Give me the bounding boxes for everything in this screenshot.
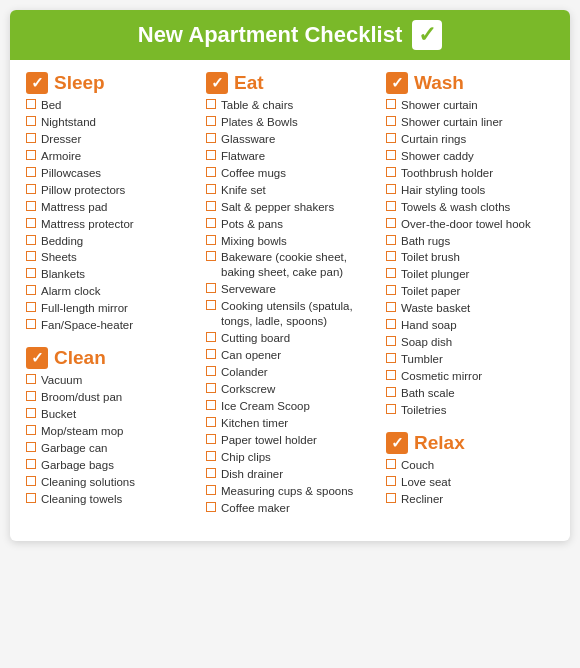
checkbox-icon[interactable] [386,184,396,194]
checkbox-icon[interactable] [206,502,216,512]
checkbox-icon[interactable] [26,442,36,452]
list-item[interactable]: Coffee mugs [206,166,374,181]
list-item[interactable]: Salt & pepper shakers [206,200,374,215]
list-item[interactable]: Serveware [206,282,374,297]
checkbox-icon[interactable] [386,218,396,228]
checkbox-icon[interactable] [386,268,396,278]
checkbox-icon[interactable] [206,485,216,495]
list-item[interactable]: Chip clips [206,450,374,465]
checkbox-icon[interactable] [386,387,396,397]
checkbox-icon[interactable] [206,99,216,109]
list-item[interactable]: Sheets [26,250,194,265]
list-item[interactable]: Bath rugs [386,234,554,249]
checkbox-icon[interactable] [386,404,396,414]
list-item[interactable]: Dresser [26,132,194,147]
checkbox-icon[interactable] [206,116,216,126]
checkbox-icon[interactable] [206,218,216,228]
list-item[interactable]: Nightstand [26,115,194,130]
list-item[interactable]: Toilet paper [386,284,554,299]
checkbox-icon[interactable] [386,476,396,486]
list-item[interactable]: Ice Cream Scoop [206,399,374,414]
checkbox-icon[interactable] [386,459,396,469]
checkbox-icon[interactable] [26,476,36,486]
list-item[interactable]: Table & chairs [206,98,374,113]
list-item[interactable]: Cosmetic mirror [386,369,554,384]
list-item[interactable]: Mattress pad [26,200,194,215]
checkbox-icon[interactable] [386,251,396,261]
checkbox-icon[interactable] [206,349,216,359]
checkbox-icon[interactable] [206,251,216,261]
checkbox-icon[interactable] [386,133,396,143]
list-item[interactable]: Paper towel holder [206,433,374,448]
checkbox-icon[interactable] [26,319,36,329]
checkbox-icon[interactable] [206,201,216,211]
list-item[interactable]: Full-length mirror [26,301,194,316]
checkbox-icon[interactable] [206,417,216,427]
checkbox-icon[interactable] [206,133,216,143]
checkbox-icon[interactable] [206,283,216,293]
list-item[interactable]: Alarm clock [26,284,194,299]
list-item[interactable]: Bed [26,98,194,113]
checkbox-icon[interactable] [26,184,36,194]
checkbox-icon[interactable] [206,400,216,410]
list-item[interactable]: Curtain rings [386,132,554,147]
list-item[interactable]: Bucket [26,407,194,422]
list-item[interactable]: Colander [206,365,374,380]
list-item[interactable]: Waste basket [386,301,554,316]
list-item[interactable]: Cleaning towels [26,492,194,507]
checkbox-icon[interactable] [26,391,36,401]
checkbox-icon[interactable] [386,336,396,346]
list-item[interactable]: Bath scale [386,386,554,401]
checkbox-icon[interactable] [206,184,216,194]
list-item[interactable]: Shower curtain [386,98,554,113]
checkbox-icon[interactable] [26,99,36,109]
checkbox-icon[interactable] [206,332,216,342]
list-item[interactable]: Shower curtain liner [386,115,554,130]
checkbox-icon[interactable] [26,150,36,160]
list-item[interactable]: Dish drainer [206,467,374,482]
list-item[interactable]: Toilet plunger [386,267,554,282]
list-item[interactable]: Flatware [206,149,374,164]
checkbox-icon[interactable] [26,493,36,503]
list-item[interactable]: Hand soap [386,318,554,333]
checkbox-icon[interactable] [386,235,396,245]
list-item[interactable]: Armoire [26,149,194,164]
checkbox-icon[interactable] [206,434,216,444]
list-item[interactable]: Glassware [206,132,374,147]
list-item[interactable]: Cleaning solutions [26,475,194,490]
checkbox-icon[interactable] [26,374,36,384]
list-item[interactable]: Towels & wash cloths [386,200,554,215]
checkbox-icon[interactable] [26,408,36,418]
list-item[interactable]: Couch [386,458,554,473]
checkbox-icon[interactable] [26,302,36,312]
checkbox-icon[interactable] [386,116,396,126]
list-item[interactable]: Garbage bags [26,458,194,473]
list-item[interactable]: Plates & Bowls [206,115,374,130]
checkbox-icon[interactable] [386,370,396,380]
list-item[interactable]: Vacuum [26,373,194,388]
checkbox-icon[interactable] [26,425,36,435]
list-item[interactable]: Coffee maker [206,501,374,516]
checkbox-icon[interactable] [386,353,396,363]
checkbox-icon[interactable] [206,300,216,310]
checkbox-icon[interactable] [26,235,36,245]
list-item[interactable]: Garbage can [26,441,194,456]
list-item[interactable]: Knife set [206,183,374,198]
checkbox-icon[interactable] [386,319,396,329]
checkbox-icon[interactable] [386,150,396,160]
list-item[interactable]: Recliner [386,492,554,507]
list-item[interactable]: Corkscrew [206,382,374,397]
list-item[interactable]: Measuring cups & spoons [206,484,374,499]
list-item[interactable]: Broom/dust pan [26,390,194,405]
list-item[interactable]: Mattress protector [26,217,194,232]
list-item[interactable]: Soap dish [386,335,554,350]
checkbox-icon[interactable] [26,268,36,278]
checkbox-icon[interactable] [386,99,396,109]
checkbox-icon[interactable] [206,235,216,245]
checkbox-icon[interactable] [26,201,36,211]
list-item[interactable]: Kitchen timer [206,416,374,431]
list-item[interactable]: Over-the-door towel hook [386,217,554,232]
list-item[interactable]: Toothbrush holder [386,166,554,181]
list-item[interactable]: Cutting board [206,331,374,346]
list-item[interactable]: Blankets [26,267,194,282]
